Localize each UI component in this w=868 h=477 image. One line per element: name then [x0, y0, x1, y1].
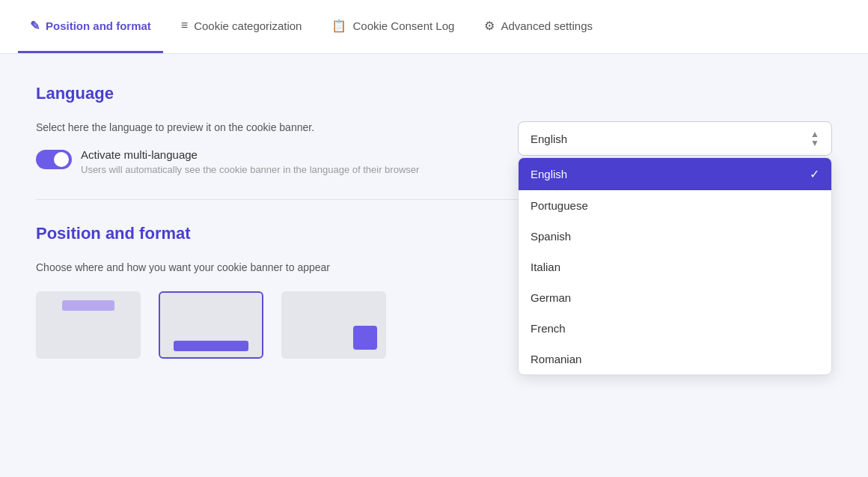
- main-content: Language Select here the language to pre…: [0, 54, 868, 389]
- top-bar-indicator: [62, 300, 114, 311]
- toggle-main-label: Activate multi-language: [81, 148, 419, 161]
- language-select-wrapper: English ▲▼ English ✓ Portuguese Spanish: [518, 121, 832, 156]
- toggle-row: Activate multi-language Users will autom…: [36, 148, 518, 175]
- nav-item-label: Position and format: [46, 19, 151, 32]
- dropdown-item-spanish[interactable]: Spanish: [519, 221, 831, 252]
- nav-item-label: Advanced settings: [501, 19, 593, 32]
- bottom-bar-indicator: [174, 341, 248, 351]
- dropdown-option-label: Portuguese: [531, 199, 588, 212]
- dropdown-option-label: German: [531, 291, 571, 304]
- dropdown-item-french[interactable]: French: [519, 313, 831, 344]
- banner-option-bottom-bar[interactable]: [159, 291, 263, 359]
- chevron-updown-icon: ▲▼: [810, 130, 819, 148]
- dropdown-item-romanian[interactable]: Romanian: [519, 344, 831, 374]
- dropdown-option-label: French: [531, 322, 566, 335]
- dropdown-item-portuguese[interactable]: Portuguese: [519, 190, 831, 221]
- language-select[interactable]: English ▲▼: [518, 121, 832, 156]
- dropdown-option-label: Romanian: [531, 353, 581, 365]
- nav-item-label: Cookie Consent Log: [352, 19, 454, 32]
- dropdown-item-english[interactable]: English ✓: [519, 158, 831, 190]
- edit-icon: ✎: [30, 19, 40, 33]
- language-title: Language: [36, 84, 832, 103]
- language-section: Language Select here the language to pre…: [36, 84, 832, 175]
- settings-icon: ⚙: [484, 19, 495, 33]
- nav-item-label: Cookie categorization: [194, 19, 302, 32]
- toggle-slider: [36, 150, 72, 169]
- language-dropdown-menu: English ✓ Portuguese Spanish Italian Ger…: [518, 157, 832, 375]
- nav-item-cookie-cat[interactable]: ≡ Cookie categorization: [169, 0, 314, 53]
- dropdown-option-label: Italian: [531, 261, 560, 273]
- dropdown-option-label: Spanish: [531, 230, 571, 243]
- language-row: Select here the language to preview it o…: [36, 121, 832, 175]
- dropdown-item-german[interactable]: German: [519, 282, 831, 313]
- top-nav: ✎ Position and format ≡ Cookie categoriz…: [0, 0, 868, 54]
- corner-indicator: [353, 326, 377, 350]
- toggle-sub-label: Users will automatically see the cookie …: [81, 164, 419, 175]
- language-description: Select here the language to preview it o…: [36, 121, 518, 133]
- dropdown-option-label: English: [531, 168, 567, 180]
- nav-item-position-format[interactable]: ✎ Position and format: [18, 0, 163, 53]
- dropdown-item-italian[interactable]: Italian: [519, 252, 831, 282]
- toggle-label-group: Activate multi-language Users will autom…: [81, 148, 419, 175]
- nav-item-advanced[interactable]: ⚙ Advanced settings: [472, 0, 605, 53]
- list-icon: ≡: [181, 19, 188, 32]
- log-icon: 📋: [331, 19, 346, 33]
- language-left: Select here the language to preview it o…: [36, 121, 518, 175]
- multi-language-toggle[interactable]: [36, 150, 72, 169]
- nav-item-consent-log[interactable]: 📋 Cookie Consent Log: [320, 0, 466, 53]
- checkmark-icon: ✓: [810, 167, 819, 181]
- banner-option-corner[interactable]: [281, 291, 386, 359]
- banner-option-top-bar[interactable]: [36, 291, 141, 359]
- selected-language-label: English: [531, 133, 567, 145]
